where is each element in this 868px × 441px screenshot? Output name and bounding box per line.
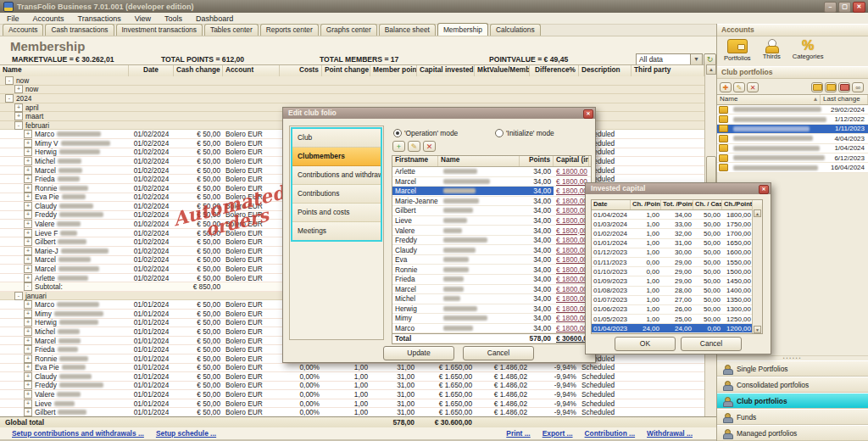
tab-accounts[interactable]: Accounts bbox=[3, 24, 43, 36]
initialize-mode-radio[interactable]: 'Initialize' mode bbox=[495, 129, 554, 137]
nav-funds[interactable]: Funds bbox=[717, 409, 868, 425]
member-row[interactable]: Mimy34,00€ 1800,00 bbox=[392, 314, 591, 324]
delete-portfolio-button[interactable]: ✕ bbox=[747, 82, 759, 92]
portfolio-row[interactable]: 4/04/2023 bbox=[717, 134, 868, 143]
expand-icon[interactable]: + bbox=[24, 229, 32, 237]
footer-link[interactable]: Setup schedule ... bbox=[156, 429, 216, 438]
group-row[interactable]: -2024 bbox=[0, 94, 704, 103]
capital-link[interactable]: € 1800,00 bbox=[556, 304, 587, 313]
tab-graphs-center[interactable]: Graphs center bbox=[320, 24, 377, 36]
member-row[interactable]: Valere34,00€ 1800,00 bbox=[392, 226, 591, 236]
delete-member-button[interactable]: ✕ bbox=[423, 141, 436, 152]
capital-link[interactable]: € 1800,00 bbox=[556, 177, 587, 186]
maximize-button[interactable]: ▢ bbox=[838, 2, 851, 13]
expand-icon[interactable]: + bbox=[24, 363, 32, 371]
expand-icon[interactable]: + bbox=[24, 372, 32, 381]
capital-row[interactable]: 01/04/202324,0024,000,001200,00 bbox=[592, 324, 753, 333]
capital-link[interactable]: € 1800,00 bbox=[556, 216, 587, 225]
cancel-button[interactable]: Cancel bbox=[463, 346, 534, 360]
column-last-change[interactable]: Last change bbox=[821, 95, 868, 104]
portfolio-row[interactable]: 6/12/2023 bbox=[717, 154, 868, 163]
dialog-nav-contributions[interactable]: Contributions bbox=[292, 185, 381, 204]
expand-icon[interactable]: + bbox=[24, 139, 32, 148]
capital-link[interactable]: € 1800,00 bbox=[556, 236, 587, 244]
member-row[interactable]: Herwig34,00€ 1800,00 bbox=[392, 304, 591, 315]
edit-portfolio-button[interactable]: ✎ bbox=[733, 82, 745, 92]
capital-row[interactable]: 01/03/20241,0033,0050,001750,00 bbox=[592, 220, 753, 229]
operation-mode-radio[interactable]: 'Operation' mode bbox=[393, 129, 458, 137]
capital-link[interactable]: € 1800,00 bbox=[556, 206, 587, 215]
portfolio-row[interactable]: 16/04/2024 bbox=[717, 163, 868, 172]
portfolio-row[interactable]: 29/02/2024 bbox=[717, 105, 868, 114]
add-member-button[interactable]: + bbox=[392, 141, 405, 152]
menu-accounts[interactable]: Accounts bbox=[26, 14, 71, 23]
expand-icon[interactable]: + bbox=[24, 193, 32, 201]
close-button[interactable]: ✕ bbox=[853, 2, 865, 13]
menu-tools[interactable]: Tools bbox=[158, 14, 189, 23]
capital-row[interactable]: 01/11/20230,0029,0050,001550,00 bbox=[592, 258, 753, 267]
new-group-button[interactable] bbox=[811, 82, 823, 92]
capital-row[interactable]: 01/05/20231,0025,0050,001250,00 bbox=[592, 315, 753, 324]
expand-icon[interactable]: + bbox=[24, 210, 32, 219]
expand-icon[interactable]: + bbox=[24, 327, 32, 336]
expand-icon[interactable]: + bbox=[24, 237, 32, 246]
capital-link[interactable]: € 1800,00 bbox=[556, 226, 587, 235]
expand-icon[interactable]: + bbox=[24, 300, 32, 309]
member-row[interactable]: Gilbert34,00€ 1800,00 bbox=[392, 206, 591, 216]
expand-icon[interactable]: + bbox=[14, 85, 23, 93]
nav-managed-portfolios[interactable]: Managed portfolios bbox=[717, 425, 868, 441]
member-row[interactable]: Lieve34,00€ 1800,00 bbox=[392, 216, 591, 226]
update-button[interactable]: Update bbox=[383, 346, 454, 360]
dialog-nav-points-and-costs[interactable]: Points and costs bbox=[292, 204, 381, 222]
nav-single-portfolios[interactable]: Single Portfolios bbox=[717, 360, 868, 377]
member-row[interactable]: +Valere01/01/2024€ 50,00Bolero EUR0,00%1… bbox=[0, 390, 704, 399]
portfolio-row[interactable]: 1/12/2022 bbox=[717, 114, 868, 124]
capital-row[interactable]: 01/06/20231,0026,0050,001300,00 bbox=[592, 305, 753, 315]
dialog-close-icon[interactable]: ✕ bbox=[583, 109, 593, 119]
expand-icon[interactable]: + bbox=[24, 130, 32, 138]
capital-link[interactable]: € 1800,00 bbox=[556, 246, 587, 254]
nav-club-portfolios[interactable]: Club portfolios bbox=[717, 393, 868, 409]
menu-dashboard[interactable]: Dashboard bbox=[189, 14, 240, 23]
minimize-button[interactable]: – bbox=[824, 2, 837, 13]
expand-icon[interactable]: + bbox=[24, 337, 32, 345]
dialog-close-icon[interactable]: ✕ bbox=[759, 185, 769, 194]
group-row[interactable]: -now bbox=[0, 76, 704, 86]
expand-icon[interactable]: - bbox=[14, 292, 23, 300]
tab-cash-transactions[interactable]: Cash transactions bbox=[45, 24, 114, 36]
capital-link[interactable]: € 1800,00 bbox=[556, 167, 587, 176]
dialog-titlebar[interactable]: Edit club folio ✕ bbox=[283, 108, 595, 119]
capital-link[interactable]: € 1800,00 bbox=[556, 275, 587, 283]
member-row[interactable]: Freddy34,00€ 1800,00 bbox=[392, 236, 591, 246]
member-row[interactable]: Marcel34,00€ 1800,00 bbox=[392, 187, 591, 197]
capital-row[interactable]: 01/12/20231,0030,0050,001600,00 bbox=[592, 248, 753, 258]
search-portfolios-icon[interactable]: ∞ bbox=[852, 82, 864, 92]
capital-link[interactable]: € 1800,00 bbox=[556, 324, 587, 332]
expand-icon[interactable]: + bbox=[24, 408, 32, 416]
expand-icon[interactable]: + bbox=[14, 112, 23, 120]
dialog-nav-meetings[interactable]: Meetings bbox=[292, 222, 381, 240]
capital-row[interactable]: 01/01/20241,0031,0050,001650,00 bbox=[592, 239, 753, 248]
capital-link[interactable]: € 1800,00 bbox=[556, 197, 587, 205]
accounts-categories-button[interactable]: %Categories bbox=[793, 39, 824, 60]
accounts-thirds-button[interactable]: Thirds bbox=[763, 39, 781, 60]
member-row[interactable]: +Eva Pie01/01/2024€ 50,00Bolero EUR0,00%… bbox=[0, 364, 704, 373]
capital-row[interactable]: 01/04/20241,0034,0050,001800,00 bbox=[592, 210, 753, 220]
expand-icon[interactable]: · bbox=[24, 282, 32, 291]
member-row[interactable]: Eva34,00€ 1800,00 bbox=[392, 255, 591, 265]
portfolio-row[interactable]: 1/11/2023 bbox=[717, 125, 868, 134]
footer-link[interactable]: Export ... bbox=[542, 429, 573, 438]
member-row[interactable]: Marco34,00€ 1800,00 bbox=[392, 324, 591, 334]
footer-link[interactable]: Contribution ... bbox=[585, 429, 636, 438]
member-row[interactable]: Frieda34,00€ 1800,00 bbox=[392, 275, 591, 285]
remove-group-button[interactable] bbox=[838, 82, 850, 92]
expand-icon[interactable]: + bbox=[24, 220, 32, 228]
add-to-group-button[interactable] bbox=[825, 82, 837, 92]
dialog-titlebar[interactable]: Invested capital ✕ bbox=[586, 183, 771, 194]
capital-row[interactable]: 01/08/20231,0028,0050,001400,00 bbox=[592, 287, 753, 296]
portfolio-row[interactable]: 1/04/2024 bbox=[717, 144, 868, 154]
ok-button[interactable]: OK bbox=[615, 337, 676, 351]
member-row[interactable]: Marcel34,00€ 1800,00 bbox=[392, 285, 591, 295]
tab-investment-transactions[interactable]: Investment transactions bbox=[116, 24, 203, 36]
capital-link[interactable]: € 1800,00 bbox=[556, 314, 587, 322]
